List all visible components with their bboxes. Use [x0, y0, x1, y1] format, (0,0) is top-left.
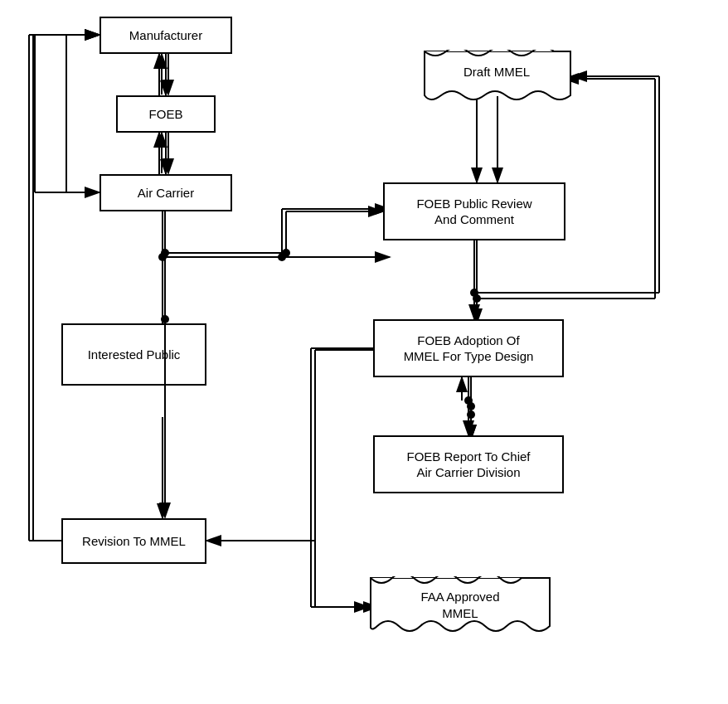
foeb-adoption-box: FOEB Adoption Of MMEL For Type Design — [373, 319, 564, 377]
foeb-box: FOEB — [116, 95, 216, 133]
foeb-adoption-label: FOEB Adoption Of MMEL For Type Design — [404, 333, 534, 365]
interested-public-label: Interested Public — [88, 347, 181, 363]
air-carrier-label: Air Carrier — [138, 185, 194, 201]
foeb-report-box: FOEB Report To Chief Air Carrier Divisio… — [373, 435, 564, 493]
foeb-public-review-box: FOEB Public Review And Comment — [383, 182, 565, 240]
foeb-label: FOEB — [149, 106, 183, 123]
interested-public-box: Interested Public — [61, 323, 206, 386]
revision-to-mmel-box: Revision To MMEL — [61, 518, 206, 564]
foeb-public-review-label: FOEB Public Review And Comment — [416, 196, 531, 228]
svg-text:FAA Approved: FAA Approved — [420, 590, 499, 604]
svg-text:Draft MMEL: Draft MMEL — [463, 65, 530, 79]
flowchart-diagram: Manufacturer FOEB Air Carrier Interested… — [0, 0, 728, 704]
revision-to-mmel-label: Revision To MMEL — [82, 533, 186, 550]
manufacturer-label: Manufacturer — [129, 27, 202, 44]
svg-text:MMEL: MMEL — [442, 606, 478, 620]
air-carrier-box: Air Carrier — [99, 174, 232, 211]
manufacturer-box: Manufacturer — [99, 17, 232, 54]
foeb-report-label: FOEB Report To Chief Air Carrier Divisio… — [407, 449, 531, 481]
draft-mmel-box: Draft MMEL — [423, 50, 572, 104]
faa-approved-box: FAA Approved MMEL — [369, 576, 551, 638]
